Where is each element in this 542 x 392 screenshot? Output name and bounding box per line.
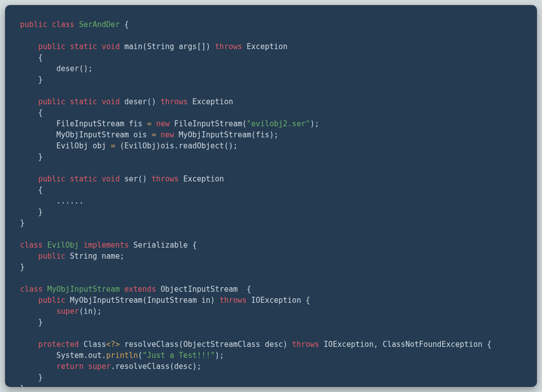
code-token: super	[88, 362, 110, 371]
code-token: (	[138, 351, 143, 360]
code-token: }	[20, 75, 43, 84]
code-token	[188, 97, 192, 106]
code-token	[20, 174, 38, 183]
code-token	[43, 285, 47, 294]
code-token: ClassNotFoundException	[383, 340, 483, 349]
code-token: {	[238, 285, 251, 294]
code-token	[156, 130, 161, 139]
code-token	[97, 42, 102, 51]
code-token: {	[482, 340, 491, 349]
code-token: InputStream	[147, 296, 197, 305]
code-token: "Just a Test!!!"	[143, 351, 215, 360]
code-token: (	[115, 141, 124, 150]
code-token: class	[20, 285, 43, 294]
code-token: implements	[83, 241, 128, 250]
code-token	[65, 252, 70, 261]
code-token: Exception	[192, 97, 233, 106]
code-token	[65, 296, 70, 305]
code-token: {	[20, 108, 43, 117]
code-token: }	[20, 373, 43, 382]
code-token: }	[20, 208, 43, 217]
code-token: }	[20, 152, 43, 161]
code-token	[179, 174, 183, 183]
code-token: =	[147, 119, 152, 128]
code-token	[242, 42, 247, 51]
code-token: EvilObj	[124, 141, 156, 150]
code-token	[97, 174, 102, 183]
code-token	[65, 42, 70, 51]
code-token: {	[20, 185, 43, 194]
code-token: MyObjInputStream	[179, 130, 251, 139]
code-token: throws	[292, 340, 319, 349]
code-token: protected	[38, 340, 79, 349]
code-token: }	[20, 219, 25, 228]
code-token: String	[147, 42, 174, 51]
code-token: public	[38, 296, 65, 305]
code-token: {	[120, 20, 129, 29]
code-token	[174, 130, 179, 139]
code-token	[47, 20, 52, 29]
code-token: static	[70, 97, 97, 106]
code-token	[65, 174, 70, 183]
code-token: ,	[373, 340, 382, 349]
code-token: (in);	[79, 307, 101, 316]
code-token: Exception	[183, 174, 224, 183]
code-token: .out.	[83, 351, 106, 360]
code-token: (fis);	[251, 130, 279, 139]
code-token	[152, 119, 156, 128]
code-token: super	[56, 307, 79, 316]
code-token: public	[38, 97, 65, 106]
code-token: ObjectInputStream	[161, 285, 238, 294]
code-token: void	[102, 42, 120, 51]
code-token	[170, 119, 174, 128]
code-token: .resolveClass(desc);	[111, 362, 202, 371]
code-token	[20, 42, 38, 51]
code-token: MyObjInputStream	[70, 296, 143, 305]
code-token: SerAndDer	[79, 20, 119, 29]
code-token: throws	[152, 174, 179, 183]
code-token: (	[242, 119, 247, 128]
code-token	[97, 97, 102, 106]
code-token: obj	[88, 141, 110, 150]
code-token: Exception	[247, 42, 288, 51]
code-token: Serializable	[133, 241, 188, 250]
code-block: public class SerAndDer { public static v…	[5, 5, 537, 387]
code-token: resolveClass(	[120, 340, 183, 349]
code-token	[43, 241, 47, 250]
code-token: class	[52, 20, 74, 29]
code-token	[129, 241, 133, 250]
code-token: deser();	[20, 64, 93, 73]
code-token	[20, 141, 56, 150]
code-token	[20, 296, 38, 305]
code-token	[319, 340, 324, 349]
code-token: =	[111, 141, 115, 150]
code-token: EvilObj	[56, 141, 88, 150]
code-token: class	[20, 241, 43, 250]
code-token: FileInputStream	[174, 119, 242, 128]
code-token: }	[20, 263, 25, 272]
code-token: {	[188, 241, 197, 250]
code-token: }	[20, 318, 43, 327]
code-token	[20, 340, 38, 349]
code-token	[247, 296, 251, 305]
code-token: throws	[219, 296, 246, 305]
code-token: public	[20, 20, 47, 29]
code-token: ObjectStreamClass	[183, 340, 260, 349]
code-token	[156, 285, 161, 294]
code-token	[20, 351, 56, 360]
code-token: void	[102, 174, 120, 183]
code-token: name;	[97, 252, 124, 261]
code-token: in)	[197, 296, 219, 305]
code-content: public class SerAndDer { public static v…	[20, 20, 491, 387]
code-token: }	[20, 384, 25, 387]
code-token: println	[106, 351, 138, 360]
code-token: MyObjInputStream	[47, 285, 120, 294]
code-token	[20, 130, 56, 139]
code-token: desc)	[260, 340, 292, 349]
code-token: {	[301, 296, 310, 305]
code-token: new	[161, 130, 174, 139]
code-token	[120, 285, 124, 294]
code-token	[20, 119, 56, 128]
code-token: ......	[20, 197, 83, 206]
code-token: FileInputStream	[56, 119, 124, 128]
